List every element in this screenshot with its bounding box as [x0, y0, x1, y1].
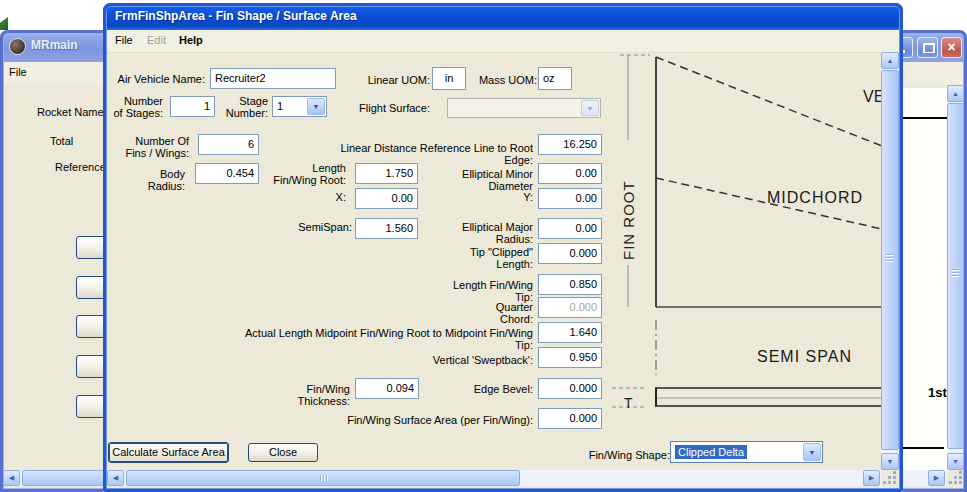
- actual-length-midpoint-input[interactable]: 1.640: [538, 322, 602, 343]
- desktop-fragment: [0, 17, 8, 30]
- scroll-up-button[interactable]: ▲: [947, 85, 964, 102]
- fin-shape-label: Fin/Wing Shape:: [585, 449, 670, 461]
- mrmain-menu-file[interactable]: File: [9, 66, 27, 78]
- close-button[interactable]: ×: [941, 37, 962, 58]
- stage-text-value: 1st: [928, 385, 947, 400]
- vertical-sweptback-label: Vertical 'Sweptback':: [429, 354, 533, 366]
- calculate-surface-area-button[interactable]: Calculate Surface Area: [108, 442, 229, 463]
- selected-text: Clipped Delta: [675, 445, 747, 459]
- dialog-horizontal-scrollbar[interactable]: ◀ ▶: [107, 470, 881, 486]
- maximize-button[interactable]: [917, 37, 938, 58]
- semispan-input[interactable]: 1.560: [355, 218, 418, 239]
- mass-uom-input[interactable]: oz: [538, 67, 572, 90]
- close-dialog-button[interactable]: Close: [248, 443, 318, 462]
- down-arrow-icon: ▼: [952, 458, 959, 465]
- thumb-grip: [320, 475, 328, 481]
- combo-arrow-glyph: ▼: [809, 449, 816, 456]
- body-radius-label: Body Radius:: [123, 168, 185, 192]
- mrmain-vertical-scrollbar[interactable]: ▲ ▼: [947, 85, 964, 470]
- stage-text: 1st: [928, 385, 947, 401]
- scroll-up-button[interactable]: ▲: [881, 52, 899, 69]
- actual-length-midpoint-label: Actual Length Midpoint Fin/Wing Root to …: [227, 327, 533, 351]
- resize-corner[interactable]: [948, 470, 964, 486]
- fin-shape-dialog: FrmFinShpArea - Fin Shape / Surface Area…: [103, 3, 903, 492]
- chevron-down-icon[interactable]: ▼: [803, 443, 821, 461]
- dialog-menu-file[interactable]: File: [115, 34, 133, 46]
- midchord-label: MIDCHORD: [767, 189, 863, 206]
- flight-surface-label: Flight Surface:: [333, 102, 430, 114]
- edge-bevel-input[interactable]: 0.000: [538, 378, 602, 399]
- thumb-grip: [952, 269, 959, 277]
- maximize-icon: [923, 43, 935, 53]
- flight-surface-value: [450, 100, 582, 116]
- elliptical-minor-input[interactable]: 0.00: [538, 163, 602, 184]
- edge-bevel-label: Edge Bevel:: [433, 383, 533, 395]
- up-arrow-icon: ▲: [952, 90, 959, 97]
- fin-shape-combo[interactable]: Clipped Delta ▼: [670, 441, 823, 463]
- scroll-thumb[interactable]: [126, 470, 520, 486]
- fin-root-label: FIN ROOT: [620, 180, 637, 260]
- close-icon: ×: [942, 39, 961, 56]
- fin-diagram: FIN ROOT VERTICAL MIDCHORD SEMI SPAN T: [610, 48, 881, 433]
- stage-number-label: Stage Number:: [218, 95, 268, 119]
- combo-arrow-glyph: ▼: [313, 103, 320, 110]
- dialog-menu-help[interactable]: Help: [179, 34, 203, 46]
- length-fin-tip-label: Length Fin/Wing Tip:: [435, 279, 533, 303]
- right-arrow-icon: ▶: [869, 474, 874, 481]
- body-radius-input[interactable]: 0.454: [195, 163, 259, 184]
- scroll-right-button[interactable]: ▶: [928, 470, 945, 486]
- scroll-thumb[interactable]: [947, 103, 964, 449]
- left-arrow-icon: ◀: [113, 474, 118, 481]
- length-fin-root-input[interactable]: 1.750: [355, 163, 418, 184]
- vertical-label: VERTICAL: [863, 88, 881, 105]
- chevron-down-icon[interactable]: ▼: [307, 98, 325, 115]
- fin-shape-value: Clipped Delta: [673, 443, 804, 461]
- surface-area-input[interactable]: 0.000: [538, 408, 602, 429]
- number-of-fins-input[interactable]: 6: [198, 134, 259, 155]
- tip-clipped-length-label: Tip "Clipped" Length:: [433, 246, 533, 270]
- dialog-vertical-scrollbar[interactable]: ▲ ▼: [881, 52, 899, 470]
- mrmain-title: MRmain: [31, 38, 78, 52]
- fin-thickness-input[interactable]: 0.094: [355, 378, 419, 399]
- flight-surface-combo: ▼: [447, 98, 601, 118]
- y-label: Y:: [513, 191, 533, 203]
- left-arrow-icon: ◀: [9, 474, 14, 481]
- quarter-chord-input: 0.000: [538, 297, 602, 318]
- linear-uom-label: Linear UOM:: [330, 74, 430, 86]
- down-arrow-icon: ▼: [887, 458, 894, 465]
- vertical-sweptback-input[interactable]: 0.950: [538, 347, 602, 368]
- right-arrow-icon: ▶: [934, 474, 939, 481]
- elliptical-major-input[interactable]: 0.00: [538, 218, 602, 239]
- linear-distance-input[interactable]: 16.250: [538, 134, 602, 155]
- air-vehicle-name-input[interactable]: Recruiter2: [210, 68, 336, 89]
- dialog-resize-corner[interactable]: [881, 470, 899, 486]
- scroll-down-button[interactable]: ▼: [881, 453, 899, 470]
- dialog-title: FrmFinShpArea - Fin Shape / Surface Area: [115, 9, 357, 23]
- combo-arrow-glyph: ▼: [587, 105, 594, 112]
- semi-span-label: SEMI SPAN: [757, 348, 852, 365]
- scroll-thumb[interactable]: [22, 470, 112, 486]
- scroll-left-button[interactable]: ◀: [107, 470, 124, 486]
- linear-uom-input[interactable]: in: [432, 67, 466, 90]
- scroll-right-button[interactable]: ▶: [863, 470, 880, 486]
- thumb-grip: [886, 254, 894, 262]
- scroll-left-button[interactable]: ◀: [3, 470, 20, 486]
- thickness-label: T: [624, 395, 633, 411]
- scroll-thumb[interactable]: [881, 70, 899, 450]
- air-vehicle-name-label: Air Vehicle Name:: [103, 73, 205, 85]
- fin-thickness-label: Fin/Wing Thickness:: [252, 383, 350, 407]
- stage-number-combo[interactable]: 1 ▼: [272, 96, 327, 117]
- up-arrow-icon: ▲: [887, 57, 894, 64]
- dialog-titlebar[interactable]: FrmFinShpArea - Fin Shape / Surface Area: [103, 3, 903, 30]
- length-fin-tip-input[interactable]: 0.850: [538, 274, 602, 295]
- tip-clipped-length-input[interactable]: 0.000: [538, 243, 602, 264]
- y-input[interactable]: 0.00: [538, 188, 602, 209]
- number-of-fins-label: Number Of Fins / Wings:: [123, 135, 189, 159]
- stage-number-value: 1: [275, 98, 308, 115]
- resize-grip-icon: [949, 481, 952, 484]
- number-of-stages-input[interactable]: 1: [170, 96, 215, 117]
- scroll-down-button[interactable]: ▼: [947, 453, 964, 470]
- elliptical-minor-label: Elliptical Minor Diameter: [421, 168, 533, 192]
- surface-area-label: Fin/Wing Surface Area (per Fin/Wing):: [330, 414, 533, 426]
- x-input[interactable]: 0.00: [355, 188, 418, 209]
